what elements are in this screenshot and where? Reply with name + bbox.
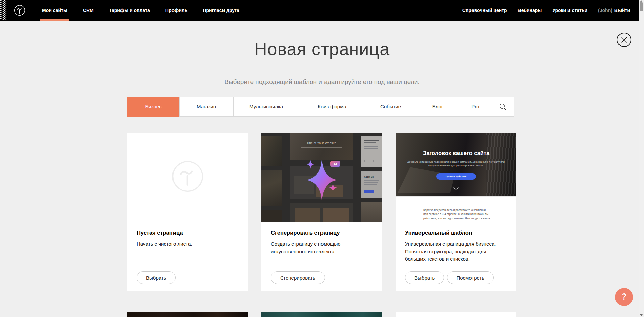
user-name-label: (John): [598, 8, 612, 13]
nav-item-profile[interactable]: Профиль: [158, 0, 195, 21]
hero-title: Заголовок вашего сайта: [396, 150, 516, 156]
template-body-text: Коротко представьтесь и расскажите о ком…: [423, 208, 490, 222]
scrollbar-thumb[interactable]: [640, 2, 643, 11]
page-title: Новая страница: [0, 39, 644, 59]
tab-business[interactable]: Бизнес: [127, 97, 180, 117]
template-cards-row: Пустая страница Начать с чистого листа. …: [127, 133, 516, 291]
logout-label: Выйти: [614, 8, 630, 13]
card-description: Начать с чистого листа.: [137, 240, 239, 248]
chevron-down-icon: [453, 187, 459, 190]
ai-generate-preview[interactable]: Title of Your Website About: [261, 133, 382, 222]
nav-item-crm[interactable]: CRM: [75, 0, 101, 21]
page-subtitle: Выберите подходящий шаблон и адаптируйте…: [0, 78, 644, 86]
card-description: Универсальная страница для бизнеса. Поня…: [405, 240, 507, 263]
tab-store[interactable]: Магазин: [179, 97, 234, 117]
tab-quiz-form[interactable]: Квиз-форма: [299, 97, 365, 117]
tab-search[interactable]: [491, 97, 514, 117]
hero-cta-button: Целевое действие: [436, 173, 476, 180]
tilda-watermark-icon: [171, 160, 204, 192]
nav-item-tariffs[interactable]: Тарифы и оплата: [101, 0, 158, 21]
card-title: Пустая страница: [137, 230, 239, 236]
nav-item-logout[interactable]: (John) Выйти: [593, 8, 635, 13]
template-hero: Заголовок вашего сайта Добавьте интересн…: [396, 133, 516, 196]
card-title: Сгенерировать страницу: [271, 230, 373, 236]
help-button[interactable]: ?: [615, 288, 633, 306]
page-scrollbar: [639, 0, 644, 317]
choose-button[interactable]: Выбрать: [405, 271, 444, 284]
navbar-right-menu: Справочный центр Вебинары Уроки и статьи…: [457, 0, 639, 21]
tab-multilink[interactable]: Мультиссылка: [233, 97, 299, 117]
card-blank-page: Пустая страница Начать с чистого листа. …: [127, 133, 248, 291]
template-cards-row-2: [127, 312, 516, 317]
template-body-section: Коротко представьтесь и расскажите о ком…: [396, 196, 516, 222]
navbar-left-menu: Мои сайты CRM Тарифы и оплата Профиль Пр…: [34, 0, 247, 21]
card-next-row-3[interactable]: [396, 312, 516, 317]
ai-badge-label: AI: [333, 162, 337, 166]
tab-pro[interactable]: Pro: [459, 97, 491, 117]
card-next-row-2[interactable]: [261, 312, 382, 317]
card-universal-template: Заголовок вашего сайта Добавьте интересн…: [396, 133, 516, 291]
choose-button[interactable]: Выбрать: [137, 271, 176, 284]
nav-item-webinars[interactable]: Вебинары: [512, 8, 547, 13]
nav-item-lessons[interactable]: Уроки и статьи: [547, 8, 593, 13]
view-button[interactable]: Посмотреть: [447, 271, 494, 284]
nav-item-invite-friend[interactable]: Пригласи друга: [195, 0, 247, 21]
card-title: Универсальный шаблон: [405, 230, 507, 236]
question-mark-icon: ?: [622, 292, 626, 302]
zigzag-pattern-icon: [0, 0, 7, 21]
nav-item-my-sites[interactable]: Мои сайты: [34, 0, 75, 21]
tab-blog[interactable]: Блог: [416, 97, 459, 117]
search-icon: [499, 103, 506, 110]
universal-template-preview[interactable]: Заголовок вашего сайта Добавьте интересн…: [396, 133, 516, 222]
top-navbar: Мои сайты CRM Тарифы и оплата Профиль Пр…: [0, 0, 639, 21]
tilda-logo-icon[interactable]: [14, 5, 26, 16]
hero-photo-shape: [398, 167, 455, 193]
blank-page-preview[interactable]: [127, 133, 248, 222]
template-category-tabs: Бизнес Магазин Мультиссылка Квиз-форма С…: [127, 97, 516, 117]
ai-sparkles-icon: AI: [261, 133, 382, 222]
tab-event[interactable]: Событие: [365, 97, 416, 117]
scroll-down-arrow-icon[interactable]: [640, 314, 643, 316]
card-ai-generate: Title of Your Website About: [261, 133, 382, 291]
nav-item-help-center[interactable]: Справочный центр: [457, 8, 512, 13]
hero-subtitle: Добавьте интересные подробности о вашей …: [406, 160, 506, 167]
card-next-row-1[interactable]: [127, 312, 248, 317]
card-description: Создать страницу с помощью искусственног…: [271, 240, 373, 255]
generate-button[interactable]: Сгенерировать: [271, 271, 325, 284]
